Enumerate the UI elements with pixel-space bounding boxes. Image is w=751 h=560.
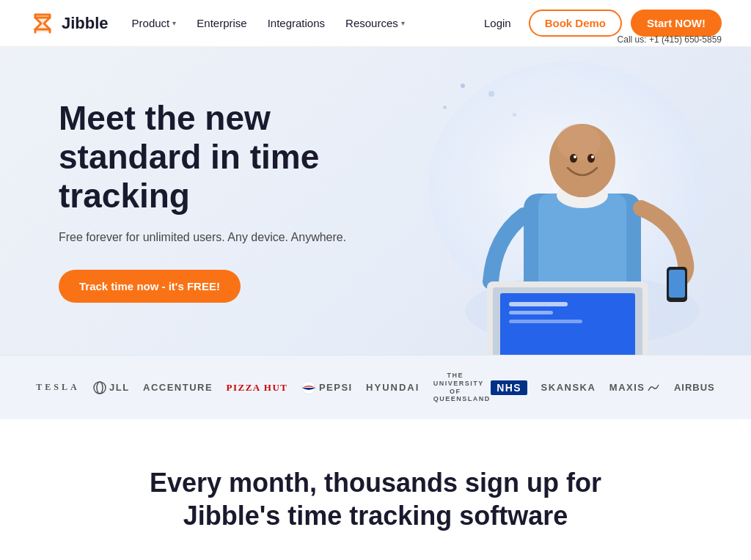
nav-links: Product ▾ Enterprise Integrations Resour… [132,17,405,29]
brands-bar: TESLA JLL accenture Pizza Hut pepsi HYUN… [0,355,751,419]
pepsi-icon [301,380,316,395]
signup-section: Every month, thousands sign up for Jibbl… [0,419,751,560]
svg-point-13 [591,155,594,158]
jll-icon [93,381,106,394]
brand-jll: JLL [93,381,130,394]
hero-subtitle: Free forever for unlimited users. Any de… [59,229,411,246]
hero-cta-button[interactable]: Track time now - it's FREE! [59,270,241,303]
navbar-left: Jibble Product ▾ Enterprise Integrations… [29,10,405,37]
svg-rect-20 [509,311,553,314]
nav-item-product[interactable]: Product ▾ [132,17,177,29]
nav-item-enterprise[interactable]: Enterprise [197,17,246,29]
signup-title: Every month, thousands sign up for Jibbl… [126,466,625,532]
brand-hyundai: HYUNDAI [366,382,420,393]
svg-rect-21 [509,320,582,323]
brand-uq: The University Of Queensland [433,372,477,403]
hero-content: Meet the new standard in time tracking F… [59,99,411,303]
brand-tesla: TESLA [36,382,79,393]
brand-accenture: accenture [143,382,213,393]
nav-item-integrations[interactable]: Integrations [268,17,325,29]
svg-point-25 [97,382,103,394]
hero-section: Meet the new standard in time tracking F… [0,47,751,355]
nav-item-resources[interactable]: Resources ▾ [345,17,405,29]
svg-point-24 [94,382,106,394]
chevron-down-icon: ▾ [172,19,176,27]
login-button[interactable]: Login [475,12,520,34]
navbar-right: Login Book Demo Start NOW! [475,10,722,37]
chevron-down-icon: ▾ [401,19,405,27]
brand-airbus: AIRBUS [674,382,715,393]
navbar: Jibble Product ▾ Enterprise Integrations… [0,0,751,47]
svg-rect-19 [509,302,568,306]
svg-point-9 [557,124,601,161]
hero-person-illustration [443,76,722,355]
maxis-icon [647,383,660,392]
brand-pepsi: pepsi [301,380,353,395]
brand-pizzahut: Pizza Hut [227,382,288,394]
hero-image-area [361,47,751,355]
logo-text: Jibble [62,14,109,33]
phone-number: Call us: +1 (415) 650-5859 [618,34,722,45]
book-demo-button[interactable]: Book Demo [529,10,622,37]
logo[interactable]: Jibble [29,10,109,37]
brand-maxis: maxis [609,382,661,393]
svg-rect-15 [669,270,685,298]
brand-nhs: NHS [491,380,527,395]
svg-point-12 [574,155,576,158]
svg-point-11 [587,154,595,163]
svg-point-10 [570,154,577,163]
logo-icon [29,10,56,37]
hero-title: Meet the new standard in time tracking [59,99,411,215]
start-now-button[interactable]: Start NOW! [631,10,722,37]
brand-skanska: SKANSKA [541,382,596,393]
